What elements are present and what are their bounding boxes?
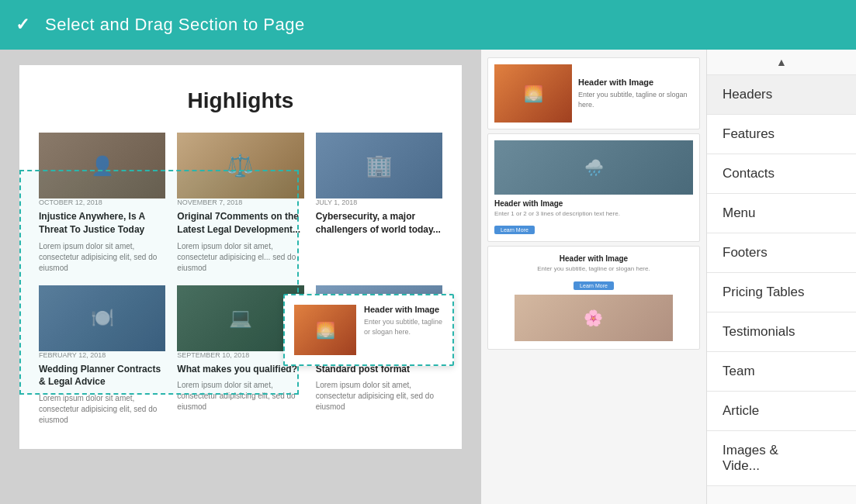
sidebar-item-images-video[interactable]: Images &Vide... — [707, 431, 856, 486]
card-preview-info: Header with Image Enter you subtitle, ta… — [364, 305, 443, 337]
sidebar-item-article[interactable]: Article — [707, 392, 856, 431]
sidebar-item-testimonials[interactable]: Testimonials — [707, 312, 856, 352]
sidebar-item-features[interactable]: Features — [707, 115, 856, 154]
left-panel: Highlights 👤 OCTOBER 12, 2018 Injustice … — [0, 50, 481, 504]
blog-excerpt: Lorem ipsum dolor sit amet, consectetur … — [39, 393, 165, 426]
main-content: Highlights 👤 OCTOBER 12, 2018 Injustice … — [0, 50, 856, 504]
up-arrow-icon[interactable]: ▲ — [707, 50, 856, 75]
sidebar-label-team: Team — [723, 364, 755, 378]
card-preview-title: Header with Image — [364, 305, 443, 314]
sidebar-label-headers: Headers — [723, 87, 772, 102]
sidebar-label-testimonials: Testimonials — [723, 324, 795, 339]
drag-selection — [19, 170, 299, 395]
preview-layout-3: Header with Image Enter you subtitle, ta… — [488, 247, 699, 349]
preview-button-2[interactable]: Learn More — [494, 226, 535, 234]
sidebar-label-features: Features — [723, 126, 775, 141]
page-preview: Highlights 👤 OCTOBER 12, 2018 Injustice … — [19, 65, 462, 449]
sidebar-label-footers: Footers — [723, 245, 768, 260]
preview-desc-3: Enter you subtitle, tagline or slogan he… — [494, 265, 693, 272]
preview-img-placeholder: 🌸 — [515, 295, 674, 341]
sidebar-label-images-video: Images &Vide... — [723, 443, 778, 473]
preview-desc-2: Enter 1 or 2 or 3 lines of description t… — [494, 210, 693, 217]
sidebar-item-menu[interactable]: Menu — [707, 194, 856, 233]
preview-image: 🌅 — [294, 305, 356, 355]
sidebar-label-article: Article — [723, 403, 759, 418]
check-icon: ✓ — [16, 15, 29, 35]
header-title: Select and Drag Section to Page — [45, 15, 305, 35]
blog-title: Cybersecurity, a major challengers of wo… — [316, 210, 442, 236]
preview-title-1: Header with Image — [578, 78, 693, 87]
top-header: ✓ Select and Drag Section to Page — [0, 0, 856, 50]
sidebar-item-pricing-tables[interactable]: Pricing Tables — [707, 273, 856, 312]
preview-button-3[interactable]: Learn More — [574, 281, 614, 290]
right-sidebar: ▲ Headers Features Contacts Menu Footers… — [706, 50, 856, 504]
section-preview-item[interactable]: Header with Image Enter you subtitle, ta… — [487, 246, 700, 350]
blog-item: 🏢 JULY 1, 2018 Cybersecurity, a major ch… — [316, 133, 442, 274]
preview-layout-1: 🌅 Header with Image Enter you subtitle, … — [488, 58, 699, 129]
preview-layout-2: 🌧️ Header with Image Enter 1 or 2 or 3 l… — [488, 134, 699, 241]
sidebar-item-contacts[interactable]: Contacts — [707, 154, 856, 194]
card-preview-image: 🌅 — [294, 305, 356, 355]
preview-image-3: 🌸 — [515, 295, 674, 341]
sidebar-label-menu: Menu — [723, 205, 756, 220]
sidebar-item-footers[interactable]: Footers — [707, 233, 856, 273]
blog-excerpt: Lorem ipsum dolor sit amet, consectetur … — [316, 380, 442, 413]
preview-img-placeholder: 🌅 — [494, 64, 572, 123]
section-preview-item[interactable]: 🌅 Header with Image Enter you subtitle, … — [487, 57, 700, 129]
preview-desc-1: Enter you subtitle, tagline or slogan he… — [578, 90, 693, 109]
drag-preview-card[interactable]: 🌅 Header with Image Enter you subtitle, … — [283, 294, 454, 366]
blog-date: JULY 1, 2018 — [316, 198, 442, 206]
sidebar-label-pricing-tables: Pricing Tables — [723, 285, 805, 299]
preview-img-placeholder: 🌧️ — [494, 140, 693, 195]
sidebar-item-team[interactable]: Team — [707, 352, 856, 392]
sidebar-label-contacts: Contacts — [723, 166, 775, 181]
preview-title-2: Header with Image — [494, 199, 693, 208]
section-preview-item[interactable]: 🌧️ Header with Image Enter 1 or 2 or 3 l… — [487, 133, 700, 242]
blog-image: 🏢 — [316, 133, 442, 198]
section-previews-panel: 🌅 Header with Image Enter you subtitle, … — [481, 50, 706, 504]
preview-image-1: 🌅 — [494, 64, 572, 123]
preview-text-1: Header with Image Enter you subtitle, ta… — [578, 78, 693, 109]
preview-image-2: 🌧️ — [494, 140, 693, 195]
preview-title-3: Header with Image — [494, 254, 693, 263]
page-title: Highlights — [39, 88, 442, 113]
card-preview-desc: Enter you subtitle, tagline or slogan he… — [364, 317, 443, 337]
sidebar-item-headers[interactable]: Headers — [707, 75, 856, 115]
